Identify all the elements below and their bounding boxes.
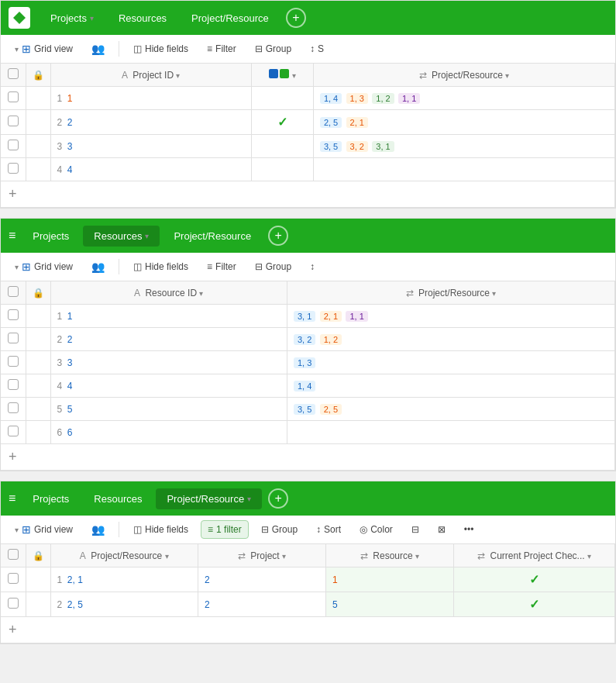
resource-id-link[interactable]: 6 — [67, 427, 73, 438]
linked-tag[interactable]: 2, 5 — [320, 404, 342, 415]
tab-project-resource-2[interactable]: Project/Resource — [163, 226, 262, 247]
project-id-link[interactable]: 3 — [67, 141, 73, 152]
row-checkbox[interactable] — [1, 374, 26, 398]
resource-id-link[interactable]: 2 — [67, 334, 73, 345]
tab-project-resource-3[interactable]: Project/Resource ▾ — [156, 488, 262, 509]
sort-btn-2[interactable]: ↕ — [304, 258, 321, 275]
header-project-resource-2[interactable]: ⇄ Project/Resource ▾ — [287, 281, 615, 305]
linked-tag[interactable]: 3, 2 — [346, 141, 368, 152]
row-checkbox[interactable] — [1, 351, 26, 374]
linked-tag[interactable]: 3, 1 — [294, 311, 315, 322]
resource-link[interactable]: 5 — [332, 599, 338, 610]
row-linked-cell[interactable]: 1, 3 — [287, 351, 615, 374]
row-linked-cell[interactable]: 3, 5 3, 2 3, 1 — [313, 135, 614, 158]
project-id-link[interactable]: 4 — [67, 164, 73, 175]
project-link[interactable]: 2 — [205, 574, 210, 585]
linked-tag[interactable]: 2, 1 — [346, 117, 368, 128]
share-btn-2[interactable]: 👥 — [85, 257, 111, 276]
group-btn-3[interactable]: ⊟ Group — [255, 521, 304, 538]
linked-tag[interactable]: 1, 1 — [346, 311, 367, 322]
linked-tag[interactable]: 3, 1 — [372, 141, 394, 152]
add-row-btn[interactable]: + — [1, 181, 615, 208]
header-checkbox-col[interactable] — [1, 64, 26, 87]
row-checkbox[interactable] — [1, 87, 26, 110]
row-checkbox[interactable] — [1, 567, 26, 592]
app-logo[interactable] — [9, 7, 30, 29]
tab-projects-1[interactable]: Projects ▾ — [40, 8, 105, 29]
sort-btn-3[interactable]: ↕ Sort — [310, 521, 347, 538]
linked-tag[interactable]: 2, 1 — [320, 311, 342, 322]
view-selector-1[interactable]: ▾ ⊞ Grid view — [9, 40, 79, 58]
header-resource-col[interactable]: ⇄ Resource ▾ — [326, 544, 454, 567]
hamburger-icon-3[interactable]: ≡ — [9, 492, 15, 505]
add-tab-btn-2[interactable]: + — [268, 226, 288, 246]
view-selector-3[interactable]: ▾ ⊞ Grid view — [9, 520, 79, 539]
header-resource-id[interactable]: A Resource ID ▾ — [50, 281, 287, 305]
row-linked-cell[interactable]: 1, 4 1, 3 1, 2 1, 1 — [313, 87, 614, 110]
project-cell[interactable]: 2 — [198, 567, 325, 592]
view-selector-2[interactable]: ▾ ⊞ Grid view — [9, 257, 79, 276]
linked-tag[interactable]: 2, 5 — [320, 117, 342, 128]
linked-tag[interactable]: 1, 2 — [320, 334, 342, 345]
row-checkbox[interactable] — [1, 305, 26, 328]
collapse-btn[interactable]: ⊟ — [405, 521, 425, 538]
linked-tag[interactable]: 1, 4 — [320, 93, 342, 104]
filter-btn-1[interactable]: ≡ Filter — [201, 40, 243, 57]
row-checkbox[interactable] — [1, 135, 26, 158]
linked-tag[interactable]: 3, 5 — [320, 141, 342, 152]
linked-tag[interactable]: 1, 1 — [398, 93, 420, 104]
row-checkbox[interactable] — [1, 592, 26, 617]
tab-project-resource-1[interactable]: Project/Resource — [181, 8, 280, 29]
project-id-link[interactable]: 1 — [67, 93, 73, 104]
add-row[interactable]: + — [1, 444, 615, 471]
row-linked-cell[interactable]: 3, 1 2, 1 1, 1 — [287, 305, 615, 328]
hide-fields-btn-3[interactable]: ◫ Hide fields — [127, 521, 194, 538]
header-checkbox-col[interactable] — [1, 281, 26, 305]
color-btn-3[interactable]: ◎ Color — [353, 521, 399, 538]
linked-tag[interactable]: 1, 2 — [372, 93, 394, 104]
header-cb[interactable] — [8, 68, 19, 79]
tab-projects-3[interactable]: Projects — [22, 488, 80, 509]
resource-id-link[interactable]: 3 — [67, 357, 73, 368]
project-link[interactable]: 2 — [205, 599, 210, 610]
add-row-btn[interactable]: + — [1, 444, 615, 471]
add-tab-btn-3[interactable]: + — [268, 488, 288, 509]
resource-cell[interactable]: 1 — [326, 567, 454, 592]
group-btn-2[interactable]: ⊟ Group — [249, 258, 298, 275]
add-row[interactable]: + — [1, 617, 615, 643]
more-btn[interactable]: ••• — [458, 521, 480, 538]
tab-resources-3[interactable]: Resources — [83, 488, 153, 509]
resource-id-link[interactable]: 1 — [67, 311, 73, 322]
tab-resources-1[interactable]: Resources — [108, 8, 177, 29]
header-checkbox-col[interactable] — [1, 544, 26, 567]
header-checked-col[interactable]: ▾ — [251, 64, 313, 87]
row-linked-cell[interactable]: 1, 4 — [287, 374, 615, 398]
resource-link[interactable]: 1 — [332, 574, 338, 585]
filter-btn-2[interactable]: ≡ Filter — [201, 258, 243, 275]
row-linked-cell[interactable]: 3, 5 2, 5 — [287, 398, 615, 421]
linked-tag[interactable]: 1, 3 — [294, 357, 315, 368]
resource-cell[interactable]: 5 — [326, 592, 454, 617]
header-current-project-check[interactable]: ⇄ Current Project Chec... ▾ — [454, 544, 615, 567]
header-project-id[interactable]: A Project ID ▾ — [50, 64, 251, 87]
share-btn-3[interactable]: 👥 — [85, 520, 111, 539]
row-cb[interactable] — [8, 91, 19, 102]
hide-fields-btn-2[interactable]: ◫ Hide fields — [127, 258, 194, 275]
pr-id-link[interactable]: 2, 1 — [67, 574, 83, 585]
resource-id-link[interactable]: 4 — [67, 381, 73, 392]
linked-tag[interactable]: 3, 5 — [294, 404, 315, 415]
row-checkbox[interactable] — [1, 398, 26, 421]
sort-btn-1[interactable]: ↕ S — [304, 40, 330, 57]
add-row[interactable]: + — [1, 181, 615, 208]
project-cell[interactable]: 2 — [198, 592, 325, 617]
hamburger-icon-2[interactable]: ≡ — [9, 229, 15, 243]
header-project-resource[interactable]: ⇄ Project/Resource ▾ — [313, 64, 614, 87]
row-checkbox[interactable] — [1, 158, 26, 181]
row-checkbox[interactable] — [1, 328, 26, 351]
linked-tag[interactable]: 3, 2 — [294, 334, 315, 345]
header-project-col[interactable]: ⇄ Project ▾ — [198, 544, 325, 567]
linked-tag[interactable]: 1, 3 — [346, 93, 368, 104]
row-linked-cell[interactable]: 3, 2 1, 2 — [287, 328, 615, 351]
group-btn-1[interactable]: ⊟ Group — [249, 40, 298, 57]
linked-tag[interactable]: 1, 4 — [294, 381, 315, 392]
